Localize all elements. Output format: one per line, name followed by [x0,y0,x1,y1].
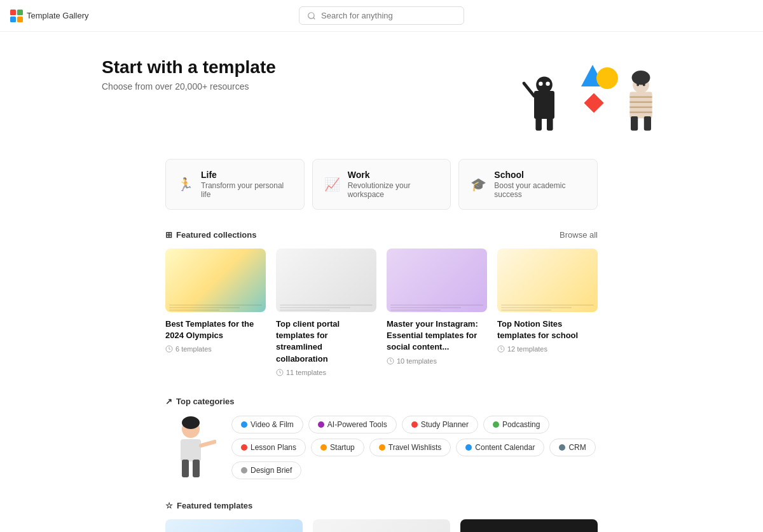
svg-rect-32 [181,439,201,461]
svg-rect-0 [10,10,16,15]
collection-icon-1 [276,369,284,376]
school-cat-icon: 🎓 [471,177,486,192]
tag-dot-6 [379,444,385,451]
template-thumb-content-1 [313,519,450,532]
star-icon: ☆ [165,501,173,510]
tags-grid: Video & Film AI-Powered Tools Study Plan… [231,416,598,479]
tag-pill-3[interactable]: Podcasting [483,416,549,433]
svg-rect-35 [193,460,200,477]
collection-icon-0 [165,345,173,353]
trending-icon: ↗ [165,397,172,406]
collection-card-1[interactable]: Top client portal templates for streamli… [276,249,376,376]
tag-dot-3 [493,421,499,428]
collection-thumb-1 [276,249,376,312]
hero-title: Start with a template [102,57,276,78]
browse-all-link[interactable]: Browse all [560,230,598,240]
svg-rect-1 [17,10,23,15]
thumb-content-0 [165,249,266,312]
tag-dot-0 [241,421,247,428]
search-icon [307,11,316,20]
top-cats-illustration [165,415,216,481]
tag-label-8: CRM [568,443,586,452]
school-cat-desc: Boost your academic success [494,181,586,199]
svg-rect-2 [10,17,16,22]
svg-rect-34 [182,460,189,477]
template-card-1[interactable] [313,519,450,532]
tag-dot-7 [465,444,472,451]
top-categories-section: Video & Film AI-Powered Tools Study Plan… [127,415,636,481]
template-thumb-content-0 [165,519,303,532]
logo-icon [10,10,23,22]
collections-row: Best Templates for the 2024 Olympics 6 t… [127,249,636,376]
svg-point-7 [539,82,542,86]
yellow-circle [596,67,619,90]
life-cat-icon: 🏃 [177,177,193,192]
svg-point-21 [632,71,650,85]
templates-row [165,519,598,532]
tag-dot-5 [320,444,327,451]
svg-rect-15 [629,92,652,119]
work-cat-desc: Revolutionize your workspace [348,181,439,199]
category-cards: 🏃 Life Transform your personal life 📈 Wo… [127,159,636,210]
tag-pill-7[interactable]: Content Calendar [456,439,544,456]
tag-label-3: Podcasting [502,420,540,429]
template-thumb-1 [313,519,450,532]
collection-thumb-3 [497,249,598,312]
tag-label-1: AI-Powered Tools [327,420,387,429]
template-card-2[interactable] [460,519,598,532]
collection-card-2[interactable]: Master your Instagram: Essential templat… [387,249,487,376]
template-thumb-0 [165,519,303,532]
collection-title-3: Top Notion Sites templates for school [497,318,598,341]
tag-label-6: Travel Wishlists [388,443,442,452]
collection-card-3[interactable]: Top Notion Sites templates for school 12… [497,249,598,376]
school-cat-title: School [494,170,586,180]
category-card-school[interactable]: 🎓 School Boost your academic success [458,159,598,210]
tag-pill-9[interactable]: Design Brief [231,461,301,479]
tag-pill-1[interactable]: AI-Powered Tools [308,416,397,433]
tag-dot-4 [241,444,247,451]
thumb-content-3 [497,249,598,312]
featured-collections-title: ⊞ Featured collections [165,230,256,240]
collection-icon-3 [497,345,505,353]
collection-meta-0: 6 templates [165,345,266,353]
svg-rect-11 [547,116,553,130]
category-card-work[interactable]: 📈 Work Revolutionize your workspace [312,159,451,210]
hero-subtitle: Choose from over 20,000+ resources [102,81,276,92]
tag-dot-2 [411,421,418,428]
top-categories-title: ↗ Top categories [165,397,235,406]
tag-label-0: Video & Film [251,420,294,429]
tag-label-4: Lesson Plans [251,443,296,452]
search-input[interactable] [321,11,456,20]
thumb-content-2 [387,249,487,312]
featured-collections-header: ⊞ Featured collections Browse all [127,230,636,240]
tag-label-5: Startup [330,443,355,452]
tag-pill-2[interactable]: Study Planner [402,416,478,433]
tag-dot-8 [559,444,565,451]
svg-point-6 [536,77,553,93]
svg-rect-5 [534,91,554,119]
template-card-0[interactable] [165,519,303,532]
category-card-life[interactable]: 🏃 Life Transform your personal life [165,159,305,210]
svg-rect-25 [644,116,651,130]
collection-thumb-2 [387,249,487,312]
tag-pill-4[interactable]: Lesson Plans [231,439,306,456]
search-bar[interactable] [299,6,464,25]
app-logo[interactable]: Template Gallery [10,10,89,22]
tag-pill-5[interactable]: Startup [311,439,364,456]
red-diamond [583,92,605,114]
tag-label-2: Study Planner [421,420,469,429]
collection-card-0[interactable]: Best Templates for the 2024 Olympics 6 t… [165,249,266,376]
tag-dot-9 [241,467,247,474]
life-cat-title: Life [201,170,292,180]
svg-point-13 [596,67,618,89]
collection-meta-3: 12 templates [497,345,598,353]
featured-templates-title: ☆ Featured templates [165,501,252,510]
tag-pill-0[interactable]: Video & Film [231,416,303,433]
tag-pill-8[interactable]: CRM [549,439,595,456]
svg-point-4 [308,12,314,18]
tag-pill-6[interactable]: Travel Wishlists [369,439,451,456]
featured-templates-section [127,519,636,532]
thumb-content-1 [276,249,376,312]
svg-rect-10 [535,116,542,130]
collection-title-1: Top client portal templates for streamli… [276,318,376,365]
